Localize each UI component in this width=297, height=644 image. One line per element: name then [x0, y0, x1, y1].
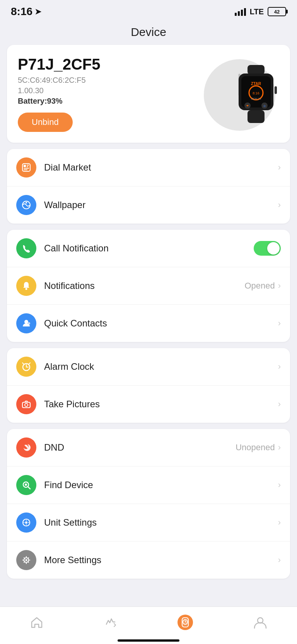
watch-image: ZTAR 8:16 MON 24 ❤ ◎ — [233, 65, 279, 125]
svg-point-33 — [25, 403, 28, 407]
svg-line-30 — [22, 363, 24, 364]
profile-icon — [253, 615, 268, 630]
device-watch-icon — [177, 614, 194, 631]
home-bar — [118, 639, 179, 642]
more-settings-label: More Settings — [44, 555, 278, 565]
dnd-label: DND — [44, 442, 236, 453]
toggle-knob — [267, 242, 280, 255]
wallpaper-item[interactable]: Wallpaper › — [7, 186, 290, 224]
quick-contacts-item[interactable]: Quick Contacts › — [7, 305, 290, 342]
svg-rect-15 — [275, 86, 277, 94]
location-arrow-icon: ➤ — [35, 7, 41, 16]
take-pictures-right: › — [278, 399, 281, 409]
svg-line-31 — [29, 363, 30, 364]
svg-rect-19 — [27, 166, 28, 167]
alarm-clock-icon — [16, 357, 36, 377]
svg-line-53 — [28, 558, 29, 559]
svg-point-38 — [25, 483, 27, 486]
unit-settings-chevron-icon: › — [278, 518, 281, 528]
call-notification-toggle[interactable] — [254, 241, 281, 256]
battery-level: 42 — [274, 9, 280, 15]
take-pictures-icon — [16, 394, 36, 414]
dial-market-icon — [16, 157, 36, 178]
wallpaper-icon — [16, 195, 36, 215]
device-name: P71J_2CF5 — [18, 56, 194, 73]
svg-line-51 — [24, 558, 25, 559]
alarm-clock-chevron-icon: › — [278, 362, 281, 372]
quick-contacts-icon — [16, 313, 36, 333]
nav-health[interactable] — [96, 613, 126, 631]
svg-rect-20 — [24, 168, 29, 169]
lte-label: LTE — [250, 7, 264, 16]
svg-rect-21 — [24, 169, 27, 170]
svg-point-25 — [24, 320, 28, 324]
device-info: P71J_2CF5 5C:C6:49:C6:2C:F5 1.00.30 Batt… — [18, 56, 194, 132]
signal-bars-icon — [235, 7, 246, 16]
svg-rect-18 — [27, 165, 29, 166]
more-settings-right: › — [278, 555, 281, 565]
svg-line-54 — [24, 562, 25, 562]
dial-market-item[interactable]: Dial Market › — [7, 149, 290, 186]
quick-contacts-label: Quick Contacts — [44, 318, 278, 329]
alarm-clock-right: › — [278, 362, 281, 372]
more-settings-item[interactable]: More Settings › — [7, 542, 290, 579]
dnd-item[interactable]: DND Unopened › — [7, 429, 290, 466]
take-pictures-chevron-icon: › — [278, 399, 281, 409]
device-version: 1.00.30 — [18, 86, 194, 95]
wallpaper-label: Wallpaper — [44, 200, 278, 210]
find-device-chevron-icon: › — [278, 480, 281, 490]
call-notification-right[interactable] — [254, 241, 281, 256]
unit-settings-item[interactable]: Unit Settings › — [7, 504, 290, 542]
notifications-chevron-icon: › — [278, 281, 281, 291]
dnd-status: Unopened — [236, 442, 275, 453]
alarm-clock-item[interactable]: Alarm Clock › — [7, 348, 290, 386]
svg-line-37 — [28, 487, 30, 489]
home-icon — [29, 615, 44, 630]
menu-group-4: DND Unopened › Find Device › — [7, 429, 290, 579]
dnd-chevron-icon: › — [278, 442, 281, 453]
notifications-label: Notifications — [44, 280, 244, 291]
take-pictures-item[interactable]: Take Pictures › — [7, 386, 290, 423]
status-right: LTE 42 — [235, 7, 286, 16]
smartwatch-icon: ZTAR 8:16 MON 24 ❤ ◎ — [233, 65, 279, 123]
unit-settings-label: Unit Settings — [44, 517, 278, 528]
nav-home[interactable] — [22, 613, 52, 631]
dial-market-label: Dial Market — [44, 162, 278, 173]
svg-text:◎: ◎ — [263, 104, 266, 107]
nav-device[interactable] — [169, 612, 201, 632]
unit-settings-right: › — [278, 518, 281, 528]
more-settings-icon — [16, 550, 36, 570]
health-icon — [103, 615, 118, 630]
svg-text:❤: ❤ — [246, 104, 249, 107]
svg-text:8:16: 8:16 — [253, 91, 259, 95]
menu-group-1: Dial Market › Wallpaper › — [7, 149, 290, 224]
find-device-right: › — [278, 480, 281, 490]
menu-group-2: Call Notification Notifications Opened › — [7, 230, 290, 342]
menu-group-3: Alarm Clock › Take Pictures › — [7, 348, 290, 423]
unbind-button[interactable]: Unbind — [18, 113, 73, 132]
device-battery: Battery:93% — [18, 97, 194, 106]
call-notification-item[interactable]: Call Notification — [7, 230, 290, 267]
device-image-area: ZTAR 8:16 MON 24 ❤ ◎ — [194, 59, 279, 129]
take-pictures-label: Take Pictures — [44, 399, 278, 410]
notifications-item[interactable]: Notifications Opened › — [7, 267, 290, 305]
dial-market-chevron-icon: › — [278, 162, 281, 173]
quick-contacts-right: › — [278, 318, 281, 328]
svg-rect-14 — [248, 110, 265, 123]
nav-profile[interactable] — [245, 613, 275, 631]
svg-rect-2 — [248, 65, 265, 75]
svg-point-26 — [28, 322, 30, 325]
wallpaper-right: › — [278, 200, 281, 210]
status-time: 8:16 ➤ — [11, 5, 41, 18]
alarm-clock-label: Alarm Clock — [44, 361, 278, 372]
notifications-icon — [16, 276, 36, 296]
device-mac: 5C:C6:49:C6:2C:F5 — [18, 76, 194, 85]
call-notification-label: Call Notification — [44, 243, 254, 254]
svg-text:MON 24: MON 24 — [251, 97, 261, 100]
find-device-icon — [16, 475, 36, 495]
unit-settings-icon — [16, 512, 36, 533]
battery-indicator: 42 — [268, 7, 286, 16]
find-device-label: Find Device — [44, 480, 278, 490]
wallpaper-chevron-icon: › — [278, 200, 281, 210]
find-device-item[interactable]: Find Device › — [7, 466, 290, 504]
